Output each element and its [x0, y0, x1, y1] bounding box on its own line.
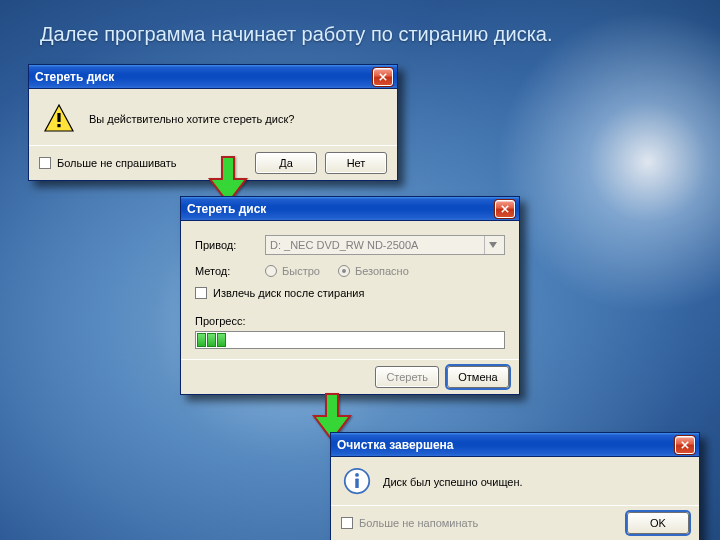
- dialog-title: Стереть диск: [35, 70, 114, 84]
- radio-disc: [338, 265, 350, 277]
- eject-label: Извлечь диск после стирания: [213, 287, 364, 299]
- warning-icon: [43, 103, 75, 135]
- confirm-message: Вы действительно хотите стереть диск?: [89, 113, 294, 125]
- method-label: Метод:: [195, 265, 255, 277]
- svg-rect-2: [57, 124, 60, 127]
- titlebar[interactable]: Стереть диск: [29, 65, 397, 89]
- titlebar[interactable]: Очистка завершена: [331, 433, 699, 457]
- dont-remind-label: Больше не напоминать: [359, 517, 478, 529]
- done-message: Диск был успешно очищен.: [383, 476, 523, 488]
- dont-ask-checkbox[interactable]: Больше не спрашивать: [39, 157, 177, 169]
- close-button[interactable]: [495, 200, 515, 218]
- dont-ask-label: Больше не спрашивать: [57, 157, 177, 169]
- chevron-down-icon: [484, 236, 500, 254]
- cancel-button[interactable]: Отмена: [447, 366, 509, 388]
- info-icon: [343, 467, 371, 497]
- dialog-title: Очистка завершена: [337, 438, 454, 452]
- close-icon: [501, 205, 509, 213]
- method-fast-radio[interactable]: Быстро: [265, 265, 320, 277]
- no-button[interactable]: Нет: [325, 152, 387, 174]
- dialog-title: Стереть диск: [187, 202, 266, 216]
- titlebar[interactable]: Стереть диск: [181, 197, 519, 221]
- svg-rect-5: [355, 478, 359, 488]
- drive-value: D: _NEC DVD_RW ND-2500A: [270, 239, 418, 251]
- close-button[interactable]: [675, 436, 695, 454]
- method-safe-label: Безопасно: [355, 265, 409, 277]
- method-safe-radio[interactable]: Безопасно: [338, 265, 409, 277]
- radio-disc: [265, 265, 277, 277]
- close-icon: [379, 73, 387, 81]
- checkbox-box: [39, 157, 51, 169]
- ok-button[interactable]: OK: [627, 512, 689, 534]
- eject-checkbox[interactable]: Извлечь диск после стирания: [195, 287, 364, 299]
- svg-point-4: [355, 473, 359, 477]
- erase-button: Стереть: [375, 366, 439, 388]
- method-fast-label: Быстро: [282, 265, 320, 277]
- close-icon: [681, 441, 689, 449]
- checkbox-box: [341, 517, 353, 529]
- progress-bar: [195, 331, 505, 349]
- drive-combobox[interactable]: D: _NEC DVD_RW ND-2500A: [265, 235, 505, 255]
- erase-done-dialog: Очистка завершена Диск был успешно очище…: [330, 432, 700, 540]
- slide-caption: Далее программа начинает работу по стира…: [40, 20, 600, 49]
- svg-rect-1: [57, 113, 60, 122]
- checkbox-box: [195, 287, 207, 299]
- yes-button[interactable]: Да: [255, 152, 317, 174]
- drive-label: Привод:: [195, 239, 255, 251]
- progress-label: Прогресс:: [195, 315, 505, 327]
- erase-progress-dialog: Стереть диск Привод: D: _NEC DVD_RW ND-2…: [180, 196, 520, 395]
- dont-remind-checkbox[interactable]: Больше не напоминать: [341, 517, 478, 529]
- close-button[interactable]: [373, 68, 393, 86]
